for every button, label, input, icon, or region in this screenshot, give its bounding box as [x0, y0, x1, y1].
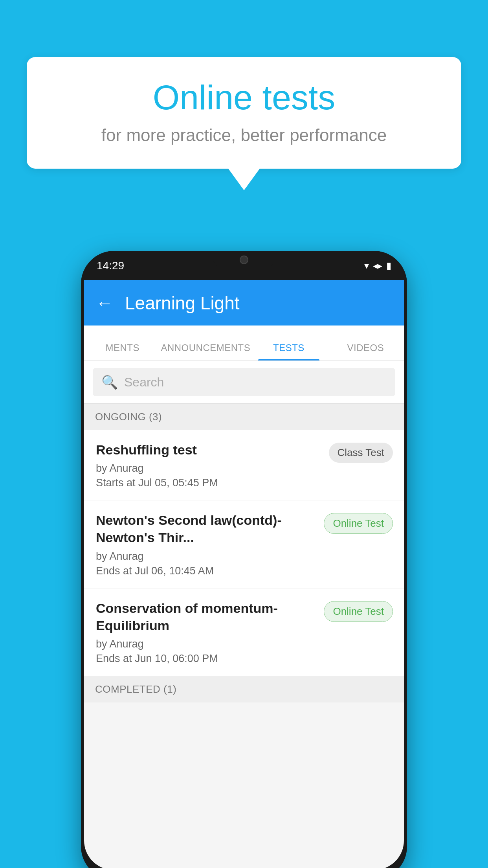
- test-item-2-title: Newton's Second law(contd)-Newton's Thir…: [96, 511, 316, 546]
- ongoing-section-header: ONGOING (3): [84, 404, 404, 430]
- test-item-2-author: by Anurag: [96, 550, 316, 563]
- search-placeholder: Search: [124, 375, 164, 390]
- speech-bubble: Online tests for more practice, better p…: [27, 57, 461, 169]
- battery-icon: ▮: [386, 260, 391, 271]
- completed-section-header: COMPLETED (1): [84, 676, 404, 702]
- search-icon: 🔍: [101, 374, 118, 390]
- speech-bubble-container: Online tests for more practice, better p…: [27, 57, 461, 190]
- test-item-1[interactable]: Reshuffling test by Anurag Starts at Jul…: [84, 430, 404, 500]
- phone-frame: 14:29 ▾ ◂▸ ▮ ← Learning Light MENTS ANNO…: [81, 251, 407, 868]
- test-item-1-author: by Anurag: [96, 462, 321, 474]
- test-item-3-badge: Online Test: [324, 601, 393, 622]
- status-icons: ▾ ◂▸ ▮: [364, 260, 391, 271]
- test-item-2-info: Newton's Second law(contd)-Newton's Thir…: [96, 511, 324, 577]
- test-item-3-info: Conservation of momentum-Equilibrium by …: [96, 600, 324, 665]
- status-bar: 14:29 ▾ ◂▸ ▮: [81, 251, 407, 280]
- test-item-2[interactable]: Newton's Second law(contd)-Newton's Thir…: [84, 500, 404, 588]
- tab-ments[interactable]: MENTS: [84, 342, 161, 360]
- test-item-2-time: Ends at Jul 06, 10:45 AM: [96, 565, 316, 577]
- app-bar: ← Learning Light: [84, 280, 404, 326]
- test-item-3-time: Ends at Jun 10, 06:00 PM: [96, 653, 316, 665]
- test-item-1-info: Reshuffling test by Anurag Starts at Jul…: [96, 441, 329, 489]
- test-item-3[interactable]: Conservation of momentum-Equilibrium by …: [84, 588, 404, 676]
- speech-bubble-subtitle: for more practice, better performance: [50, 125, 438, 145]
- search-input-wrapper[interactable]: 🔍 Search: [93, 368, 395, 396]
- search-container: 🔍 Search: [84, 361, 404, 404]
- speech-bubble-arrow: [228, 169, 260, 190]
- tab-videos[interactable]: VIDEOS: [327, 342, 404, 360]
- test-item-2-badge: Online Test: [324, 513, 393, 534]
- test-item-1-badge: Class Test: [329, 443, 393, 463]
- test-item-1-title: Reshuffling test: [96, 441, 321, 458]
- tab-tests[interactable]: TESTS: [250, 342, 327, 360]
- status-time: 14:29: [97, 259, 124, 272]
- signal-icon: ◂▸: [373, 260, 382, 271]
- back-button[interactable]: ←: [96, 293, 113, 313]
- tab-announcements[interactable]: ANNOUNCEMENTS: [161, 342, 250, 360]
- phone-notch: [213, 251, 275, 268]
- test-item-1-time: Starts at Jul 05, 05:45 PM: [96, 477, 321, 489]
- test-item-3-author: by Anurag: [96, 638, 316, 650]
- camera: [240, 256, 248, 264]
- speech-bubble-title: Online tests: [50, 79, 438, 117]
- tabs-bar: MENTS ANNOUNCEMENTS TESTS VIDEOS: [84, 326, 404, 361]
- test-item-3-title: Conservation of momentum-Equilibrium: [96, 600, 316, 634]
- phone-screen: ← Learning Light MENTS ANNOUNCEMENTS TES…: [84, 280, 404, 868]
- wifi-icon: ▾: [364, 260, 369, 271]
- app-bar-title: Learning Light: [125, 292, 240, 314]
